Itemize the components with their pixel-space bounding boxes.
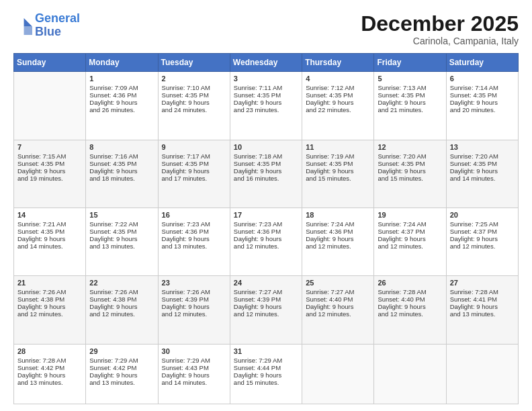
day-info-line: Daylight: 9 hours [17, 303, 82, 310]
day-info-line: Sunset: 4:38 PM [17, 295, 82, 303]
day-info-line: Sunset: 4:40 PM [378, 295, 442, 303]
day-info-line: Daylight: 9 hours [162, 167, 226, 175]
day-info-line: Sunset: 4:39 PM [162, 295, 226, 303]
day-info-line: Sunrise: 7:24 AM [378, 220, 442, 228]
day-info-line: and 12 minutes. [306, 242, 370, 250]
calendar-week-row: 1Sunrise: 7:09 AMSunset: 4:36 PMDaylight… [14, 72, 519, 140]
day-info-line: and 13 minutes. [162, 242, 226, 250]
day-info-line: and 12 minutes. [234, 310, 298, 318]
day-info-line: Sunset: 4:42 PM [89, 364, 154, 371]
logo-icon [13, 16, 32, 35]
calendar-cell: 25Sunrise: 7:27 AMSunset: 4:40 PMDayligh… [302, 276, 374, 344]
day-number: 23 [162, 279, 226, 287]
weekday-header: Wednesday [230, 54, 302, 72]
calendar-table: SundayMondayTuesdayWednesdayThursdayFrid… [13, 53, 519, 404]
day-info-line: and 12 minutes. [162, 310, 226, 318]
calendar-week-row: 7Sunrise: 7:15 AMSunset: 4:35 PMDaylight… [14, 140, 519, 208]
day-info-line: Sunrise: 7:09 AM [89, 84, 154, 91]
day-number: 3 [234, 75, 298, 83]
day-info-line: Sunset: 4:36 PM [234, 228, 298, 235]
calendar-cell: 1Sunrise: 7:09 AMSunset: 4:36 PMDaylight… [86, 72, 158, 140]
day-info-line: Sunset: 4:35 PM [234, 91, 298, 99]
calendar-cell: 21Sunrise: 7:26 AMSunset: 4:38 PMDayligh… [14, 276, 86, 344]
day-info-line: Sunset: 4:37 PM [378, 228, 442, 235]
day-info-line: and 14 minutes. [450, 175, 515, 182]
day-info-line: Sunrise: 7:19 AM [306, 152, 370, 160]
day-info-line: Sunrise: 7:18 AM [234, 152, 298, 160]
day-number: 18 [306, 211, 370, 219]
day-info-line: Daylight: 9 hours [234, 303, 298, 310]
day-info-line: and 13 minutes. [450, 310, 515, 318]
day-info-line: Sunrise: 7:15 AM [17, 152, 82, 160]
day-info-line: Daylight: 9 hours [450, 303, 515, 310]
page: General Blue December 2025 Carinola, Cam… [0, 0, 532, 411]
day-info-line: Daylight: 9 hours [450, 167, 515, 175]
day-info-line: and 12 minutes. [378, 310, 442, 318]
day-info-line: Sunrise: 7:12 AM [306, 84, 370, 91]
day-info-line: Sunset: 4:35 PM [17, 160, 82, 167]
day-info-line: Sunset: 4:42 PM [17, 364, 82, 371]
day-info-line: and 13 minutes. [89, 379, 154, 386]
day-info-line: Sunset: 4:35 PM [162, 160, 226, 167]
day-info-line: Daylight: 9 hours [450, 235, 515, 242]
title-block: December 2025 Carinola, Campania, Italy [361, 12, 519, 46]
calendar-cell: 19Sunrise: 7:24 AMSunset: 4:37 PMDayligh… [374, 208, 446, 276]
day-info-line: Sunset: 4:35 PM [89, 228, 154, 235]
day-info-line: Sunrise: 7:29 AM [89, 357, 154, 364]
day-info-line: and 13 minutes. [89, 242, 154, 250]
day-info-line: Sunrise: 7:28 AM [17, 357, 82, 364]
day-number: 16 [162, 211, 226, 219]
day-number: 9 [162, 143, 226, 151]
day-info-line: and 15 minutes. [306, 175, 370, 182]
day-info-line: and 14 minutes. [162, 379, 226, 386]
day-info-line: Sunrise: 7:20 AM [378, 152, 442, 160]
day-info-line: Sunset: 4:41 PM [450, 295, 515, 303]
day-number: 7 [17, 143, 82, 151]
day-number: 12 [378, 143, 442, 151]
calendar-cell: 10Sunrise: 7:18 AMSunset: 4:35 PMDayligh… [230, 140, 302, 208]
calendar-cell: 9Sunrise: 7:17 AMSunset: 4:35 PMDaylight… [158, 140, 230, 208]
day-info-line: Sunset: 4:35 PM [450, 160, 515, 167]
day-info-line: Daylight: 9 hours [89, 303, 154, 310]
day-info-line: Daylight: 9 hours [306, 167, 370, 175]
day-info-line: Sunrise: 7:17 AM [162, 152, 226, 160]
calendar-week-row: 14Sunrise: 7:21 AMSunset: 4:35 PMDayligh… [14, 208, 519, 276]
calendar-cell: 4Sunrise: 7:12 AMSunset: 4:35 PMDaylight… [302, 72, 374, 140]
calendar-cell: 8Sunrise: 7:16 AMSunset: 4:35 PMDaylight… [86, 140, 158, 208]
calendar-header-row: SundayMondayTuesdayWednesdayThursdayFrid… [14, 54, 519, 72]
day-info-line: Sunrise: 7:23 AM [162, 220, 226, 228]
day-info-line: Sunrise: 7:23 AM [234, 220, 298, 228]
day-info-line: Sunrise: 7:25 AM [450, 220, 515, 228]
day-info-line: Sunset: 4:35 PM [306, 91, 370, 99]
day-info-line: Daylight: 9 hours [17, 235, 82, 242]
day-info-line: and 19 minutes. [17, 175, 82, 182]
calendar-cell: 16Sunrise: 7:23 AMSunset: 4:36 PMDayligh… [158, 208, 230, 276]
day-info-line: Daylight: 9 hours [89, 235, 154, 242]
calendar-cell: 6Sunrise: 7:14 AMSunset: 4:35 PMDaylight… [446, 72, 518, 140]
day-info-line: Sunset: 4:43 PM [162, 364, 226, 371]
logo-line1: General [35, 11, 80, 25]
day-info-line: Sunrise: 7:27 AM [234, 288, 298, 295]
day-info-line: and 12 minutes. [450, 242, 515, 250]
calendar-cell: 23Sunrise: 7:26 AMSunset: 4:39 PMDayligh… [158, 276, 230, 344]
day-info-line: Daylight: 9 hours [450, 99, 515, 106]
day-info-line: and 26 minutes. [89, 106, 154, 113]
day-info-line: Daylight: 9 hours [378, 303, 442, 310]
day-number: 11 [306, 143, 370, 151]
day-info-line: Sunrise: 7:26 AM [17, 288, 82, 295]
day-info-line: Sunset: 4:36 PM [162, 228, 226, 235]
day-number: 19 [378, 211, 442, 219]
weekday-header: Tuesday [158, 54, 230, 72]
day-number: 2 [162, 75, 226, 83]
calendar-cell [374, 344, 446, 404]
weekday-header: Sunday [14, 54, 86, 72]
day-info-line: and 24 minutes. [162, 106, 226, 113]
day-info-line: and 21 minutes. [378, 106, 442, 113]
day-info-line: Daylight: 9 hours [234, 167, 298, 175]
day-info-line: Sunset: 4:35 PM [378, 91, 442, 99]
day-info-line: Sunset: 4:39 PM [234, 295, 298, 303]
day-number: 26 [378, 279, 442, 287]
calendar-cell: 2Sunrise: 7:10 AMSunset: 4:35 PMDaylight… [158, 72, 230, 140]
day-info-line: Daylight: 9 hours [89, 371, 154, 379]
weekday-header: Friday [374, 54, 446, 72]
